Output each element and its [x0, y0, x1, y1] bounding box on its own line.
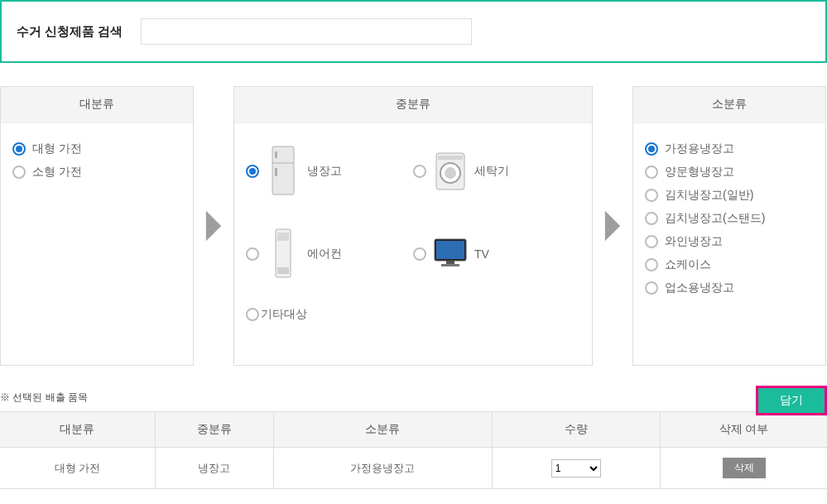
radio-icon: [645, 235, 658, 248]
minor-item[interactable]: 가정용냉장고: [645, 142, 814, 156]
radio-icon: [645, 189, 658, 202]
major-category-column: 대분류 대형 가전소형 가전: [0, 86, 194, 366]
middle-body: 냉장고세탁기에어컨TV기타대상: [234, 123, 592, 365]
radio-icon: [12, 142, 26, 156]
minor-item-label: 양문형냉장고: [665, 165, 734, 180]
minor-header: 소분류: [633, 87, 825, 123]
major-header: 대분류: [1, 87, 193, 123]
middle-header: 중분류: [234, 87, 592, 123]
th-major: 대분류: [0, 412, 155, 448]
th-minor: 소분류: [274, 412, 492, 448]
svg-rect-11: [277, 267, 289, 274]
radio-icon: [645, 212, 658, 225]
svg-rect-13: [436, 241, 464, 259]
selected-area: ※ 선택된 배출 품목 담기 대분류 중분류 소분류 수량 삭제 여부 대형 가…: [0, 391, 827, 489]
cell-qty: 1: [492, 448, 660, 489]
th-qty: 수량: [492, 412, 660, 448]
ac-icon: [262, 224, 304, 284]
minor-item[interactable]: 김치냉장고(일반): [645, 188, 814, 203]
minor-item-label: 가정용냉장고: [665, 142, 734, 156]
minor-item[interactable]: 김치냉장고(스탠드): [645, 211, 814, 226]
quantity-select[interactable]: 1: [551, 459, 601, 478]
middle-item[interactable]: 세탁기: [413, 142, 580, 201]
cell-major: 대형 가전: [0, 448, 155, 489]
radio-icon: [645, 166, 658, 179]
svg-rect-8: [438, 156, 463, 160]
arrow-icon: [593, 86, 632, 366]
minor-item[interactable]: 쇼케이스: [645, 257, 814, 272]
middle-item[interactable]: 냉장고: [246, 142, 413, 201]
middle-item[interactable]: 기타대상: [246, 307, 413, 322]
minor-body: 가정용냉장고양문형냉장고김치냉장고(일반)김치냉장고(스탠드)와인냉장고쇼케이스…: [633, 123, 825, 355]
middle-item-label: 에어컨: [307, 247, 342, 262]
minor-item-label: 쇼케이스: [665, 257, 711, 272]
middle-item-label: 세탁기: [474, 164, 509, 179]
fridge-icon: [262, 142, 304, 201]
table-row: 대형 가전냉장고가정용냉장고1삭제: [0, 448, 827, 489]
th-del: 삭제 여부: [661, 412, 827, 448]
svg-point-7: [445, 167, 456, 179]
middle-item-label: TV: [474, 247, 489, 261]
radio-icon: [645, 142, 658, 156]
selected-table: 대분류 중분류 소분류 수량 삭제 여부 대형 가전냉장고가정용냉장고1삭제: [0, 411, 827, 489]
tv-icon: [430, 224, 471, 284]
svg-rect-15: [441, 264, 459, 266]
search-label: 수거 신청제품 검색: [17, 24, 123, 40]
major-item-label: 소형 가전: [32, 165, 82, 180]
radio-icon: [246, 247, 259, 261]
search-input[interactable]: [141, 18, 472, 45]
middle-item[interactable]: TV: [413, 224, 580, 284]
svg-marker-16: [605, 211, 620, 242]
minor-item[interactable]: 와인냉장고: [645, 234, 814, 249]
cell-del: 삭제: [661, 448, 827, 489]
minor-item-label: 김치냉장고(스탠드): [665, 211, 765, 226]
minor-item[interactable]: 양문형냉장고: [645, 165, 814, 180]
major-item[interactable]: 대형 가전: [12, 142, 181, 156]
radio-icon: [12, 166, 26, 179]
arrow-icon: [194, 86, 233, 366]
major-item[interactable]: 소형 가전: [12, 165, 181, 180]
categories-row: 대분류 대형 가전소형 가전 중분류 냉장고세탁기에어컨TV기타대상 소분류 가…: [0, 86, 827, 366]
radio-icon: [413, 247, 426, 261]
svg-marker-0: [206, 211, 221, 242]
washer-icon: [430, 142, 471, 201]
selected-note: ※ 선택된 배출 품목: [0, 391, 827, 405]
middle-item[interactable]: 에어컨: [246, 224, 413, 284]
radio-icon: [246, 308, 259, 321]
radio-icon: [413, 165, 426, 178]
major-item-label: 대형 가전: [32, 142, 82, 156]
minor-item-label: 김치냉장고(일반): [665, 188, 753, 203]
minor-item[interactable]: 업소용냉장고: [645, 281, 814, 295]
search-bar: 수거 신청제품 검색: [0, 0, 827, 63]
middle-item-label: 냉장고: [307, 164, 342, 179]
major-body: 대형 가전소형 가전: [1, 123, 193, 355]
middle-item-label: 기타대상: [261, 307, 307, 322]
radio-icon: [645, 281, 658, 295]
cell-minor: 가정용냉장고: [274, 448, 492, 489]
delete-button[interactable]: 삭제: [723, 458, 766, 478]
radio-icon: [246, 165, 259, 178]
radio-icon: [645, 258, 658, 271]
minor-item-label: 업소용냉장고: [665, 281, 734, 295]
add-button[interactable]: 담기: [756, 386, 827, 415]
svg-rect-10: [277, 233, 289, 241]
minor-category-column: 소분류 가정용냉장고양문형냉장고김치냉장고(일반)김치냉장고(스탠드)와인냉장고…: [632, 86, 826, 366]
th-middle: 중분류: [155, 412, 273, 448]
svg-rect-3: [275, 151, 277, 158]
svg-rect-14: [446, 261, 454, 264]
svg-rect-4: [275, 168, 277, 176]
minor-item-label: 와인냉장고: [665, 234, 723, 249]
cell-middle: 냉장고: [155, 448, 273, 489]
middle-category-column: 중분류 냉장고세탁기에어컨TV기타대상: [233, 86, 593, 366]
